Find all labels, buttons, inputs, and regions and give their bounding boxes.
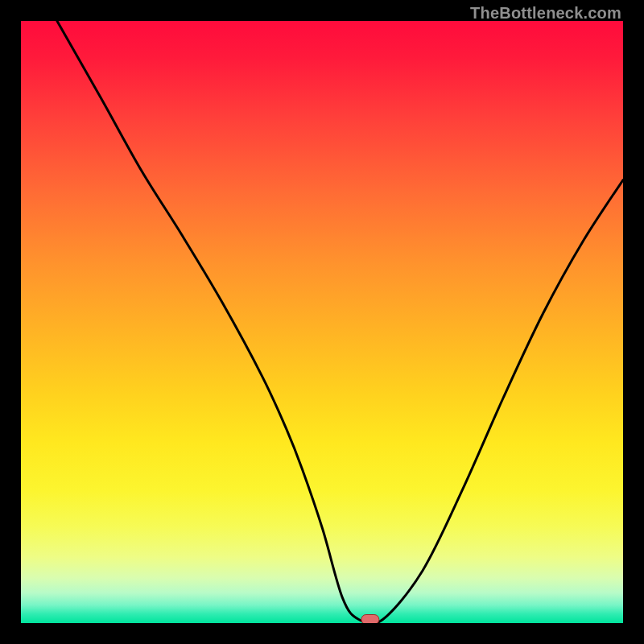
bottleneck-curve: [57, 21, 623, 623]
chart-frame: TheBottleneck.com: [0, 0, 644, 644]
watermark-text: TheBottleneck.com: [470, 4, 621, 23]
plot-area: [21, 21, 623, 623]
optimum-marker: [361, 615, 379, 623]
curve-layer: [21, 21, 623, 623]
